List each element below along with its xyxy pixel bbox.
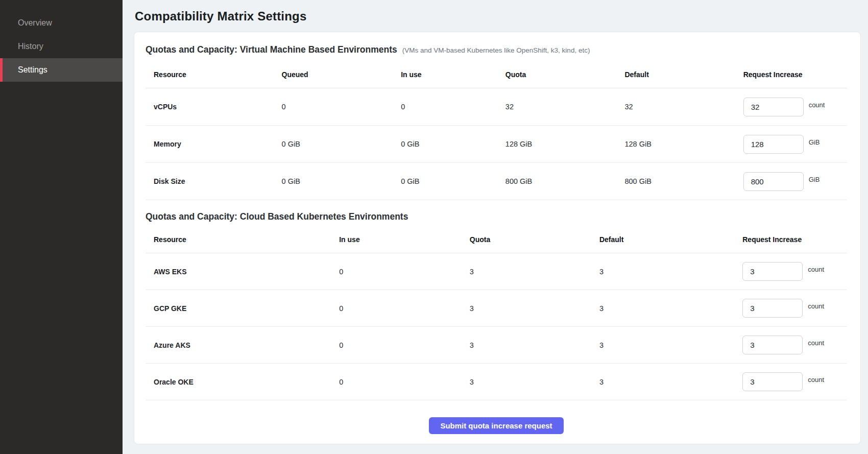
in-use-value: 0	[339, 378, 470, 386]
column-header-request-increase: Request Increase	[742, 235, 847, 244]
table-row-memory: Memory 0 GiB 0 GiB 128 GiB 128 GiB GiB	[146, 126, 847, 163]
main-content: Compatibility Matrix Settings Quotas and…	[123, 0, 868, 454]
cloud-section-title: Quotas and Capacity: Cloud Based Kuberne…	[146, 211, 408, 222]
resource-label: vCPUs	[146, 103, 282, 111]
unit-label: count	[808, 339, 824, 347]
cloud-table-header: Resource In use Quota Default Request In…	[146, 227, 847, 253]
quota-settings-card: Quotas and Capacity: Virtual Machine Bas…	[134, 32, 861, 444]
quota-value: 3	[470, 268, 599, 276]
quota-value: 128 GiB	[505, 140, 625, 148]
column-header-quota: Quota	[470, 235, 599, 244]
gcp-gke-request-input[interactable]	[742, 299, 803, 318]
page-title: Compatibility Matrix Settings	[135, 9, 861, 23]
column-header-in-use: In use	[339, 235, 470, 244]
quota-value: 32	[505, 103, 625, 111]
unit-label: count	[809, 101, 825, 109]
queued-value: 0	[282, 103, 401, 111]
resource-label: AWS EKS	[146, 268, 339, 276]
table-row-oracle-oke: Oracle OKE 0 3 3 count	[146, 364, 847, 400]
aws-eks-request-input[interactable]	[742, 262, 803, 281]
quota-value: 3	[470, 378, 599, 386]
oracle-oke-request-input[interactable]	[742, 372, 803, 391]
vm-table-header: Resource Queued In use Quota Default Req…	[146, 62, 847, 88]
default-value: 128 GiB	[624, 140, 743, 148]
card-footer: Submit quota increase request	[146, 400, 847, 434]
disk-size-request-input[interactable]	[743, 172, 804, 191]
vm-section-note: (VMs and VM-based Kubernetes like OpenSh…	[402, 46, 590, 54]
default-value: 3	[599, 341, 742, 349]
resource-label: Oracle OKE	[146, 378, 339, 386]
sidebar-item-label: Settings	[18, 65, 47, 75]
table-row-aws-eks: AWS EKS 0 3 3 count	[146, 253, 847, 290]
default-value: 3	[599, 378, 742, 386]
column-header-quota: Quota	[505, 70, 625, 79]
in-use-value: 0	[401, 103, 505, 111]
unit-label: count	[808, 266, 824, 273]
in-use-value: 0 GiB	[401, 177, 505, 185]
column-header-resource: Resource	[146, 235, 339, 244]
default-value: 800 GiB	[624, 177, 743, 185]
memory-request-input[interactable]	[743, 135, 804, 154]
quota-value: 3	[470, 304, 599, 313]
azure-aks-request-input[interactable]	[742, 336, 803, 354]
quota-value: 3	[470, 341, 599, 349]
unit-label: count	[808, 376, 824, 384]
sidebar-item-settings[interactable]: Settings	[0, 58, 123, 82]
sidebar-item-history[interactable]: History	[0, 35, 123, 58]
column-header-request-increase: Request Increase	[743, 70, 847, 79]
table-row-azure-aks: Azure AKS 0 3 3 count	[146, 327, 847, 364]
default-value: 3	[599, 268, 742, 276]
resource-label: Azure AKS	[146, 341, 339, 349]
in-use-value: 0	[339, 341, 470, 349]
table-row-disk-size: Disk Size 0 GiB 0 GiB 800 GiB 800 GiB Gi…	[146, 163, 847, 200]
column-header-default: Default	[624, 70, 743, 79]
sidebar-item-label: History	[18, 42, 43, 51]
in-use-value: 0 GiB	[401, 140, 505, 148]
in-use-value: 0	[339, 268, 470, 276]
queued-value: 0 GiB	[282, 140, 401, 148]
sidebar-item-overview[interactable]: Overview	[0, 11, 123, 35]
column-header-in-use: In use	[401, 70, 505, 79]
resource-label: GCP GKE	[146, 304, 339, 313]
in-use-value: 0	[339, 304, 470, 313]
resource-label: Memory	[146, 140, 282, 148]
column-header-resource: Resource	[146, 70, 282, 79]
unit-label: GiB	[809, 176, 820, 183]
table-row-vcpus: vCPUs 0 0 32 32 count	[146, 88, 847, 126]
quota-value: 800 GiB	[505, 177, 625, 185]
queued-value: 0 GiB	[282, 177, 401, 185]
unit-label: count	[808, 302, 824, 310]
default-value: 32	[624, 103, 743, 111]
submit-quota-increase-button[interactable]: Submit quota increase request	[429, 417, 563, 434]
default-value: 3	[599, 304, 742, 313]
cloud-section-header: Quotas and Capacity: Cloud Based Kuberne…	[146, 211, 847, 222]
vm-section-title: Quotas and Capacity: Virtual Machine Bas…	[146, 44, 397, 55]
column-header-queued: Queued	[282, 70, 401, 79]
vm-section-header: Quotas and Capacity: Virtual Machine Bas…	[146, 44, 847, 55]
sidebar-item-label: Overview	[18, 18, 52, 28]
vcpus-request-input[interactable]	[743, 98, 804, 116]
column-header-default: Default	[599, 235, 742, 244]
resource-label: Disk Size	[146, 177, 282, 185]
unit-label: GiB	[809, 138, 820, 146]
sidebar: Overview History Settings	[0, 0, 123, 454]
table-row-gcp-gke: GCP GKE 0 3 3 count	[146, 290, 847, 327]
